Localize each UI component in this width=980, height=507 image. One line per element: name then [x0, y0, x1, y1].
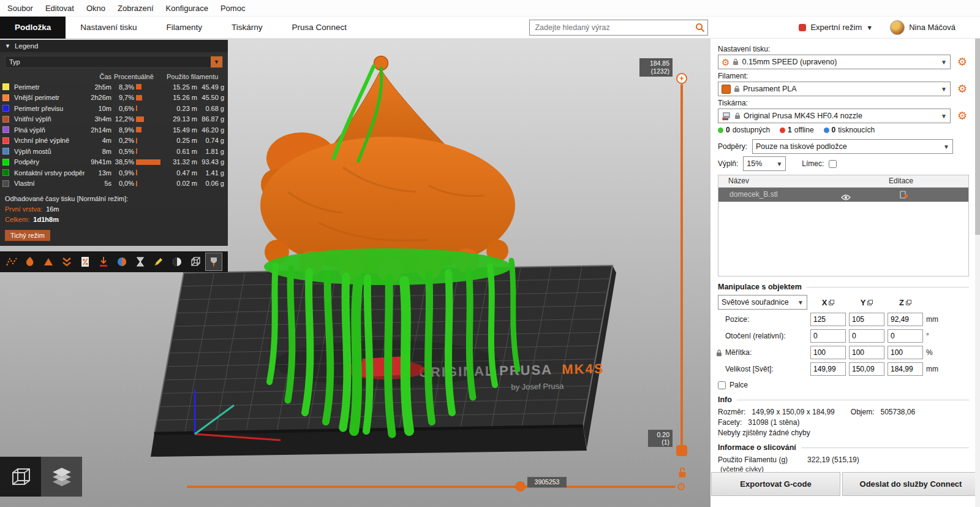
search-icon[interactable] [695, 23, 705, 35]
search-box [529, 20, 708, 36]
stealth-mode-button[interactable]: Tichý režim [5, 230, 50, 241]
slider-lock-icon[interactable] [677, 467, 687, 481]
mode-selector[interactable]: Expertní režim ▼ [799, 23, 873, 32]
tab-tiskarny[interactable]: Tiskárny [217, 17, 277, 39]
search-input[interactable] [529, 20, 708, 36]
menu-editovat[interactable]: Editovat [39, 0, 80, 17]
scrollbar-thumb[interactable] [975, 39, 980, 235]
size-z-input[interactable] [888, 362, 923, 376]
feature-weight: 1.41 g [197, 169, 225, 177]
tab-nastaveni-tisku[interactable]: Nastavení tisku [66, 17, 151, 39]
legend-row[interactable]: Perimetr převisu 10m 0,6% 0.23 m 0.68 g [0, 103, 228, 114]
menu-pomoc[interactable]: Pomoc [214, 0, 251, 17]
infill-combobox[interactable]: 15% ▼ [743, 156, 786, 171]
legend-row[interactable]: Plná výplň 2h14m 8,9% 15.49 m 46.20 g [0, 124, 228, 135]
color-changes-icon[interactable] [114, 253, 130, 270]
estimated-times-title: Odhadované časy tisku [Normální režim]: [5, 194, 223, 204]
uniform-scale-lock-icon[interactable] [716, 349, 722, 359]
feature-weight: 1.81 g [197, 148, 225, 155]
eye-icon[interactable] [841, 191, 851, 205]
printer-gear-button[interactable]: ⚙ [956, 109, 969, 123]
position-y-input[interactable] [849, 313, 884, 326]
filament-combobox[interactable]: Prusament PLA ▼ [718, 82, 951, 96]
inches-checkbox[interactable] [718, 381, 726, 389]
col-used: Použito filamentu [165, 73, 225, 80]
tab-prusa-connect[interactable]: Prusa Connect [277, 17, 361, 39]
feature-weight: 0.74 g [197, 137, 225, 144]
layer-slider-upper-handle[interactable]: + [676, 73, 687, 84]
travels-icon[interactable] [4, 253, 20, 270]
legend-row[interactable]: Vnější perimetr 2h26m 9,7% 15.26 m 45.50… [0, 93, 228, 104]
feature-label: Vlastní [11, 180, 85, 187]
view-type-combobox[interactable]: Typ ▼ [5, 56, 223, 68]
legend-row[interactable]: Vrchní plné výplně 4m 0,2% 0.25 m 0.74 g [0, 135, 228, 147]
coordinates-combobox[interactable]: Světové souřadnice ▼ [718, 295, 807, 310]
printer-combobox[interactable]: Original Prusa MK4S HF0.4 nozzle ▼ [718, 109, 951, 123]
object-list-row[interactable]: domecek_B.stl [718, 188, 968, 202]
print-settings-gear-button[interactable]: ⚙ [956, 55, 969, 69]
size-x-input[interactable] [810, 362, 846, 376]
mirror-icon[interactable] [906, 300, 911, 305]
pause-prints-icon[interactable] [132, 253, 148, 270]
seams-icon[interactable] [77, 253, 93, 270]
menu-soubor[interactable]: Soubor [1, 0, 39, 17]
size-y-input[interactable] [849, 362, 884, 376]
deretractions-icon[interactable] [59, 253, 75, 270]
axis-x-header: X [810, 298, 846, 307]
sidebar-scrollbar[interactable] [975, 39, 980, 507]
brim-checkbox[interactable] [829, 160, 837, 168]
export-gcode-button[interactable]: Exportovat G-code [711, 472, 840, 496]
box-skirt-icon[interactable] [187, 253, 203, 270]
scale-x-input[interactable] [810, 346, 846, 359]
wipes-icon[interactable] [22, 253, 38, 270]
retractions-icon[interactable] [40, 253, 56, 270]
volume-value: 505738,06 [880, 408, 915, 416]
tab-podlozka[interactable]: Podložka [0, 17, 66, 39]
send-to-connect-button[interactable]: Odeslat do služby Connect [842, 472, 979, 496]
size-value: 149,99 x 150,09 x 184,99 [752, 408, 834, 416]
feature-color-swatch [2, 116, 9, 123]
user-account[interactable]: Nina Máčová [890, 20, 956, 35]
legend-header[interactable]: ▼ Legend [0, 40, 228, 52]
menu-okno[interactable]: Okno [80, 0, 111, 17]
tool-marker-icon[interactable] [206, 253, 222, 270]
rotation-z-input[interactable] [888, 329, 923, 343]
editor-view-thumbnail[interactable] [0, 457, 41, 497]
info-size-line: Rozměr: 149,99 x 150,09 x 184,99 Objem: … [718, 408, 969, 416]
layer-slider-lower-handle[interactable] [676, 445, 687, 456]
tool-changes-icon[interactable] [96, 253, 111, 270]
move-slider-track[interactable] [187, 486, 676, 488]
scale-z-input[interactable] [888, 346, 923, 359]
feature-length: 0.23 m [165, 105, 197, 112]
legend-row[interactable]: Výplň mostů 8m 0,5% 0.61 m 1.81 g [0, 146, 228, 157]
print-settings-combobox[interactable]: ⚙ 0.15mm SPEED (upraveno) ▼ [718, 55, 951, 69]
mirror-icon[interactable] [829, 300, 834, 305]
supports-combobox[interactable]: Pouze na tiskové podložce ▼ [752, 139, 953, 154]
menu-zobrazeni[interactable]: Zobrazení [111, 0, 160, 17]
scale-y-input[interactable] [849, 346, 884, 359]
rotation-y-input[interactable] [849, 329, 884, 343]
mode-label: Expertní režim [810, 23, 862, 32]
edit-object-icon[interactable] [900, 190, 908, 204]
shells-icon[interactable] [169, 253, 185, 270]
tab-filamenty[interactable]: Filamenty [152, 17, 217, 39]
preview-view-thumbnail[interactable] [41, 457, 82, 497]
legend-row[interactable]: Vlastní 5s 0,0% 0.02 m 0.06 g [0, 178, 228, 189]
position-x-input[interactable] [810, 313, 846, 326]
custom-gcode-icon[interactable] [151, 253, 167, 270]
col-percent: Procentuálně [111, 73, 165, 80]
legend-row[interactable]: Vnitřní výplň 3h4m 12,2% 29.13 m 86.87 g [0, 114, 228, 125]
position-z-input[interactable] [888, 313, 923, 326]
legend-row[interactable]: Perimetr 2h5m 8,3% 15.25 m 45.49 g [0, 82, 228, 93]
menu-konfigurace[interactable]: Konfigurace [160, 0, 214, 17]
mirror-icon[interactable] [867, 300, 873, 305]
legend-row[interactable]: Podpěry 9h41m 38,5% 31.32 m 93.43 g [0, 157, 228, 168]
rotation-x-input[interactable] [810, 329, 846, 343]
move-slider-handle[interactable] [515, 481, 526, 492]
slider-settings-gear-icon[interactable]: ⚙ [677, 481, 686, 494]
layer-slider-track[interactable] [680, 84, 683, 447]
menu-bar: Soubor Editovat Okno Zobrazení Konfigura… [0, 0, 980, 17]
legend-row[interactable]: Kontaktní vrstvy podpěr 13m 0,9% 0.47 m … [0, 167, 228, 178]
lock-icon [734, 85, 740, 93]
filament-gear-button[interactable]: ⚙ [956, 82, 969, 96]
